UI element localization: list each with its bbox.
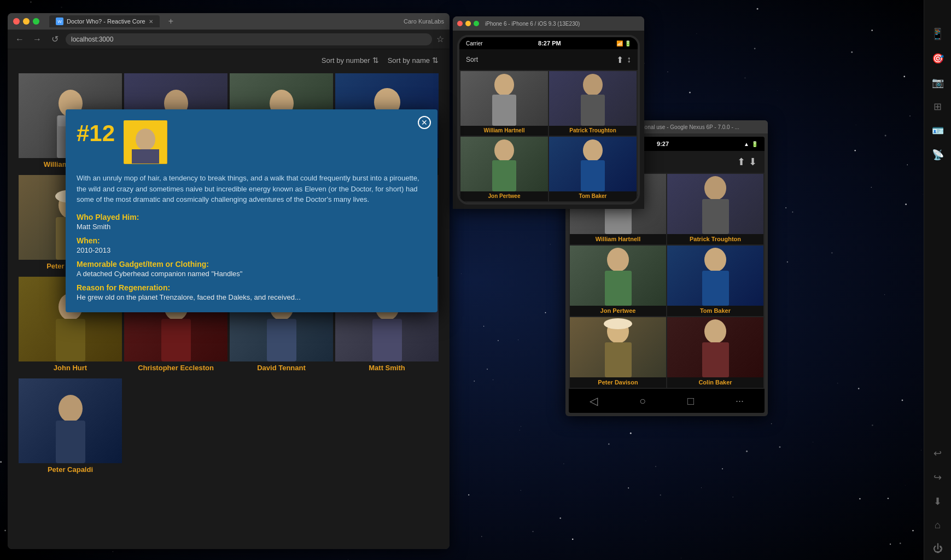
close-button[interactable] — [13, 18, 20, 25]
nexus-battery-icon: 🔋 — [751, 141, 758, 147]
nexus-back-btn[interactable]: ◁ — [590, 394, 598, 407]
nexus-card-4[interactable]: Tom Baker — [667, 246, 763, 316]
doctor-image-13 — [19, 378, 122, 463]
modal-who-played-label: Who Played Him: — [77, 213, 427, 221]
iphone6-img-3 — [460, 137, 548, 191]
iphone6-min-btn[interactable] — [465, 21, 471, 26]
nexus-home-btn[interactable]: ○ — [639, 395, 646, 407]
sidebar-grid-icon[interactable]: ⊞ — [934, 101, 942, 113]
svg-point-38 — [583, 139, 603, 161]
svg-point-32 — [494, 74, 514, 96]
new-tab-button[interactable]: + — [165, 16, 177, 26]
svg-rect-22 — [161, 319, 191, 361]
nexus-card-2[interactable]: Patrick Troughton — [667, 174, 763, 244]
forward-button[interactable]: → — [31, 33, 44, 46]
svg-rect-24 — [267, 319, 296, 361]
modal-header: #12 — [77, 120, 427, 164]
nexus-sort-icons: ⬆ ⬇ — [737, 156, 757, 168]
sidebar-forward-icon[interactable]: ↪ — [934, 471, 942, 483]
iphone6-sort-alpha-btn[interactable]: ↕ — [627, 55, 631, 65]
iphone6-max-btn[interactable] — [474, 21, 479, 26]
svg-point-51 — [704, 319, 726, 343]
back-button[interactable]: ← — [13, 33, 26, 46]
svg-point-36 — [494, 139, 514, 161]
svg-point-46 — [704, 248, 726, 272]
nexus-name-6: Colin Baker — [667, 377, 763, 388]
sidebar-target-icon[interactable]: 🎯 — [932, 52, 944, 65]
iphone6-img-4 — [549, 137, 637, 191]
nexus-sort-az-btn[interactable]: ⬇ — [749, 156, 757, 168]
nexus-card-6[interactable]: Colin Baker — [667, 317, 763, 388]
modal-close-button[interactable]: ✕ — [418, 116, 431, 129]
traffic-lights — [13, 18, 39, 25]
nexus-name-2: Patrick Troughton — [667, 234, 763, 244]
svg-rect-43 — [702, 199, 729, 234]
iphone6-card-1[interactable]: William Hartnell — [460, 71, 548, 136]
nexus-recent-btn[interactable]: □ — [687, 395, 694, 407]
iphone6-statusbar: Carrier 8:27 PM 📶 🔋 — [459, 37, 638, 49]
sidebar-power-icon[interactable]: ⏻ — [933, 543, 943, 555]
sidebar-down-icon[interactable]: ⬇ — [934, 495, 942, 508]
nexus-nav-bar: ◁ ○ □ ··· — [569, 389, 765, 413]
svg-rect-37 — [492, 160, 516, 191]
minimize-button[interactable] — [23, 18, 30, 25]
sort-by-number-button[interactable]: Sort by number ⇅ — [322, 56, 379, 65]
modal-when-value: 2010-2013 — [77, 246, 427, 254]
bookmark-button[interactable]: ☆ — [436, 34, 444, 44]
doctor-card-13[interactable]: Peter Capaldi — [19, 378, 122, 478]
svg-point-42 — [704, 176, 726, 200]
nexus-img-4 — [667, 246, 763, 306]
iphone6-name-4: Tom Baker — [549, 191, 637, 201]
refresh-button[interactable]: ↺ — [48, 33, 61, 46]
sidebar-rss-icon[interactable]: 📡 — [932, 149, 944, 161]
sort-by-number-label: Sort by number — [322, 56, 370, 65]
iphone6-card-2[interactable]: Patrick Troughton — [549, 71, 637, 136]
iphone6-card-4[interactable]: Tom Baker — [549, 137, 637, 201]
svg-rect-45 — [605, 271, 632, 306]
modal-when-label: When: — [77, 236, 427, 245]
sidebar-id-icon[interactable]: 🪪 — [932, 125, 944, 137]
browser-title-text: Caro KuraLabs — [404, 18, 444, 25]
detail-modal: ✕ #12 With an unruly mop of hair, a tend… — [66, 109, 437, 312]
iphone6-carrier: Carrier — [466, 40, 483, 46]
iphone6-sort-label: Sort — [466, 56, 478, 63]
iphone6-title: iPhone 6 - iPhone 6 / iOS 9.3 (13E230) — [485, 21, 580, 27]
sort-name-icon: ⇅ — [432, 56, 439, 65]
sidebar-camera-icon[interactable]: 📷 — [932, 77, 944, 89]
tab-close-icon[interactable]: ✕ — [149, 19, 153, 25]
nexus-signal-icon: ▲ — [744, 141, 749, 147]
nexus-time: 9:27 — [657, 141, 669, 147]
android-sidebar: 📱 🎯 📷 ⊞ 🪪 📡 ↩ ↪ ⬇ ⌂ ⏻ — [924, 0, 951, 560]
modal-regen-value: He grew old on the planet Trenzalore, fa… — [77, 293, 427, 301]
nexus-img-6 — [667, 317, 763, 377]
sort-by-name-button[interactable]: Sort by name ⇅ — [388, 56, 439, 65]
iphone6-close-btn[interactable] — [457, 21, 463, 26]
iphone6-name-3: Jon Pertwee — [460, 191, 548, 201]
maximize-button[interactable] — [33, 18, 39, 25]
sort-by-name-label: Sort by name — [388, 56, 430, 65]
doctor-name-9: John Hurt — [19, 361, 122, 376]
sidebar-back-icon[interactable]: ↩ — [934, 447, 942, 459]
iphone6-sort-num-btn[interactable]: ⬆ — [616, 55, 623, 65]
modal-number: #12 — [77, 120, 115, 147]
nexus-name-4: Tom Baker — [667, 306, 763, 316]
nexus-sort-12-btn[interactable]: ⬆ — [737, 156, 745, 168]
sidebar-phone-icon[interactable]: 📱 — [931, 27, 944, 40]
nexus-card-5[interactable]: Peter Davison — [570, 317, 666, 388]
nexus-more-btn[interactable]: ··· — [736, 395, 744, 407]
iphone6-name-1: William Hartnell — [460, 126, 548, 136]
iphone6-card-3[interactable]: Jon Pertwee — [460, 137, 548, 201]
nexus-card-3[interactable]: Jon Pertwee — [570, 246, 666, 316]
tab-title: Doctor Who? - Reactive Core — [67, 18, 145, 25]
svg-rect-52 — [702, 342, 729, 377]
sort-toolbar: Sort by number ⇅ Sort by name ⇅ — [8, 49, 450, 71]
svg-rect-33 — [492, 95, 516, 126]
modal-who-played-value: Matt Smith — [77, 223, 427, 231]
browser-tab[interactable]: W Doctor Who? - Reactive Core ✕ — [49, 15, 160, 27]
svg-rect-20 — [56, 319, 85, 361]
sidebar-home-icon[interactable]: ⌂ — [935, 520, 941, 531]
nexus-name-5: Peter Davison — [570, 377, 666, 388]
doctor-name-11: David Tennant — [230, 361, 333, 376]
address-input[interactable] — [66, 33, 432, 45]
iphone6-titlebar: iPhone 6 - iPhone 6 / iOS 9.3 (13E230) — [453, 16, 644, 31]
